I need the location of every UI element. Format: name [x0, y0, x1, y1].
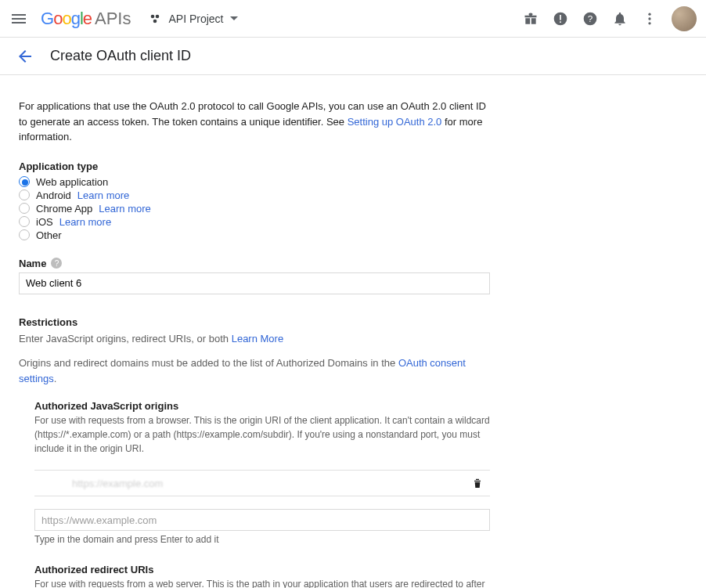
radio-icon: [19, 216, 30, 227]
origin-hint: Type in the domain and press Enter to ad…: [34, 534, 490, 545]
authorized-redirects-section: Authorized redirect URIs For use with re…: [19, 564, 490, 588]
radio-icon: [19, 229, 30, 240]
notifications-icon[interactable]: [612, 11, 628, 27]
origins-desc: For use with requests from a browser. Th…: [34, 413, 490, 456]
radio-other[interactable]: Other: [19, 229, 490, 242]
avatar[interactable]: [672, 6, 697, 31]
origin-item: https://example.com: [34, 470, 490, 496]
chrome-learn-more-link[interactable]: Learn more: [99, 203, 150, 215]
gift-icon[interactable]: [523, 11, 539, 27]
redirects-title: Authorized redirect URIs: [34, 564, 490, 575]
titlebar: Create OAuth client ID: [0, 38, 706, 75]
svg-point-1: [156, 14, 160, 18]
svg-point-8: [648, 13, 650, 15]
origin-input[interactable]: [34, 509, 490, 531]
redirects-desc: For use with requests from a web server.…: [34, 577, 490, 588]
radio-icon: [19, 189, 30, 200]
radio-ios[interactable]: iOS Learn more: [19, 215, 490, 229]
restrictions-subtitle: Enter JavaScript origins, redirect URIs,…: [19, 331, 490, 347]
restrictions-title: Restrictions: [19, 316, 490, 328]
radio-web-application[interactable]: Web application: [19, 175, 490, 189]
svg-rect-4: [560, 15, 561, 20]
svg-point-10: [648, 22, 650, 24]
restrictions-learn-more-link[interactable]: Learn More: [232, 333, 283, 345]
radio-icon: [19, 203, 30, 214]
authorized-origins-section: Authorized JavaScript origins For use wi…: [19, 400, 490, 545]
svg-point-2: [153, 19, 157, 23]
content: For applications that use the OAuth 2.0 …: [0, 75, 509, 588]
svg-point-0: [151, 14, 155, 18]
name-help-icon[interactable]: ?: [51, 258, 62, 269]
radio-icon: [19, 176, 30, 187]
restrictions-domains-note: Origins and redirect domains must be add…: [19, 355, 490, 386]
origin-value-blurred: https://example.com: [34, 478, 163, 489]
svg-rect-5: [560, 21, 561, 23]
project-name: API Project: [168, 13, 223, 25]
google-apis-logo[interactable]: Google APIs: [41, 9, 131, 29]
more-icon[interactable]: [642, 11, 657, 27]
app-type-radio-group: Web application Android Learn more Chrom…: [19, 175, 490, 242]
name-label: Name: [19, 258, 46, 269]
name-input[interactable]: [19, 272, 490, 294]
app-type-label: Application type: [19, 161, 490, 172]
project-selector[interactable]: API Project: [143, 9, 243, 28]
svg-point-9: [648, 17, 650, 20]
chevron-down-icon: [230, 16, 238, 20]
setup-oauth-link[interactable]: Setting up OAuth 2.0: [348, 116, 442, 128]
android-learn-more-link[interactable]: Learn more: [77, 189, 129, 201]
intro-text: For applications that use the OAuth 2.0 …: [19, 99, 490, 145]
page-title: Create OAuth client ID: [50, 48, 191, 64]
help-icon[interactable]: ?: [582, 11, 598, 27]
logo-suffix: APIs: [95, 9, 131, 29]
alert-icon[interactable]: [553, 11, 568, 27]
svg-text:?: ?: [588, 13, 593, 23]
back-arrow-icon[interactable]: [16, 47, 34, 66]
trash-icon[interactable]: [471, 477, 484, 489]
project-icon: [149, 13, 162, 25]
ios-learn-more-link[interactable]: Learn more: [59, 216, 111, 228]
top-actions: ?: [523, 6, 697, 31]
hamburger-menu-icon[interactable]: [9, 9, 28, 28]
radio-android[interactable]: Android Learn more: [19, 189, 490, 202]
radio-chrome-app[interactable]: Chrome App Learn more: [19, 202, 490, 215]
origins-title: Authorized JavaScript origins: [34, 400, 490, 412]
topbar: Google APIs API Project ?: [0, 0, 706, 38]
